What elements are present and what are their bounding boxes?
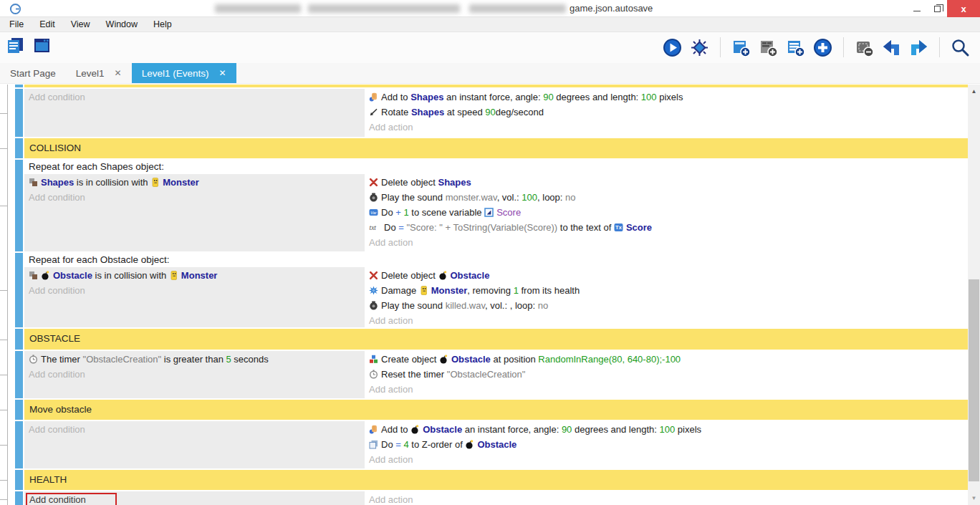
conditions-cell[interactable]: Shapes is in collision with MonsterAdd c…	[24, 174, 365, 251]
add-action-button[interactable]: Add action	[365, 235, 968, 250]
event-row[interactable]: Add conditionAdd to Shapes an instant fo…	[15, 89, 968, 137]
add-action-button[interactable]: Add action	[365, 313, 968, 327]
actions-cell[interactable]: Add to Shapes an instant force, angle: 9…	[365, 89, 968, 137]
add-action-button[interactable]: Add action	[369, 122, 413, 133]
delete-event-icon[interactable]	[855, 38, 874, 57]
event-handle-bar[interactable]	[15, 89, 23, 137]
event-handle-bar[interactable]	[15, 491, 23, 505]
add-condition-button[interactable]: Add condition	[24, 367, 365, 382]
event-handle-bar[interactable]	[15, 138, 23, 158]
add-action-button[interactable]: Add action	[365, 382, 968, 397]
add-condition-button[interactable]: Add condition	[24, 422, 365, 437]
scene-editor-icon[interactable]	[32, 36, 52, 55]
condition-line[interactable]: Shapes is in collision with Monster	[24, 175, 365, 190]
close-button[interactable]: x	[947, 0, 980, 17]
actions-cell[interactable]: Delete object ObstacleDamage Monster, re…	[365, 267, 968, 327]
add-condition-button[interactable]: Add condition	[26, 493, 117, 505]
add-condition-button[interactable]: Add condition	[29, 192, 85, 203]
conditions-cell[interactable]: Add condition	[24, 421, 365, 468]
event-handle-bar[interactable]	[15, 470, 23, 490]
action-line[interactable]: Do = 4 to Z-order of Obstacle	[365, 437, 968, 452]
menu-item-window[interactable]: Window	[98, 18, 145, 31]
action-line[interactable]: Play the sound monster.wav, vol.: 100, l…	[365, 190, 968, 205]
condition-line[interactable]: The timer "ObstacleCreation" is greater …	[24, 352, 365, 367]
tab-start-page[interactable]: Start Page	[0, 63, 66, 83]
action-line[interactable]: Create object Obstacle at position Rando…	[365, 352, 968, 367]
action-line[interactable]: Add to Obstacle an instant force, angle:…	[365, 422, 968, 437]
add-subevent-icon[interactable]	[759, 38, 778, 57]
comment-row[interactable]: Move obstacle	[15, 400, 968, 420]
conditions-cell[interactable]: Add condition	[24, 491, 365, 505]
add-condition-button[interactable]: Add condition	[24, 492, 365, 505]
event-row[interactable]: The timer "ObstacleCreation" is greater …	[15, 351, 968, 398]
event-handle-bar[interactable]	[15, 160, 23, 251]
add-more-icon[interactable]	[813, 38, 832, 57]
add-condition-button[interactable]: Add condition	[29, 92, 85, 102]
project-manager-icon[interactable]	[6, 36, 25, 55]
action-line[interactable]: Delete object Obstacle	[365, 268, 968, 283]
event-handle-bar[interactable]	[15, 85, 23, 87]
action-line[interactable]: Play the sound killed.wav, vol.: , loop:…	[365, 298, 968, 313]
add-action-button[interactable]: Add action	[365, 452, 968, 467]
action-line[interactable]: txtDo = "Score: " + ToString(Variable(Sc…	[365, 220, 968, 235]
action-line[interactable]: Damage Monster, removing 1 from its heal…	[365, 283, 968, 298]
event-row[interactable]: Repeat for each Obstacle object:Obstacle…	[15, 253, 968, 327]
event-handle-bar[interactable]	[15, 329, 23, 350]
add-action-button[interactable]: Add action	[369, 454, 413, 465]
action-line[interactable]: Add to Shapes an instant force, angle: 9…	[365, 90, 968, 105]
tab-level1-events-[interactable]: Level1 (Events)✕	[132, 63, 236, 83]
menu-item-help[interactable]: Help	[145, 18, 180, 31]
add-condition-button[interactable]: Add condition	[24, 283, 365, 298]
actions-cell[interactable]: Delete object ShapesPlay the sound monst…	[365, 174, 968, 251]
minimize-button[interactable]	[907, 0, 927, 17]
event-header[interactable]: Repeat for each Obstacle object:	[24, 253, 968, 267]
event-row[interactable]: Add conditionAdd to Obstacle an instant …	[15, 421, 968, 468]
search-icon[interactable]	[951, 38, 970, 57]
add-condition-button[interactable]: Add condition	[24, 90, 365, 105]
add-action-button[interactable]: Add action	[369, 384, 413, 395]
tab-level1[interactable]: Level1✕	[66, 63, 132, 83]
comment-row[interactable]: COLLISION	[15, 138, 968, 158]
condition-line[interactable]: Obstacle is in collision with Monster	[24, 268, 365, 283]
tab-close-icon[interactable]: ✕	[218, 68, 226, 78]
action-line[interactable]: Delete object Shapes	[365, 175, 968, 190]
event-header[interactable]: Repeat for each Shapes object:	[24, 160, 968, 174]
comment-row[interactable]: OBSTACLE	[15, 329, 968, 350]
add-condition-button[interactable]: Add condition	[29, 424, 85, 435]
add-condition-button[interactable]: Add condition	[24, 190, 365, 205]
add-condition-button[interactable]: Add condition	[29, 369, 85, 380]
menu-item-file[interactable]: File	[1, 18, 32, 31]
debug-bug-icon[interactable]	[690, 38, 709, 57]
add-action-button[interactable]: Add action	[369, 315, 413, 326]
event-handle-bar[interactable]	[15, 351, 23, 398]
scroll-up-arrow[interactable]: ▲	[968, 86, 980, 97]
add-action-button[interactable]: Add action	[365, 492, 968, 505]
preview-play-icon[interactable]	[663, 38, 682, 57]
redo-icon[interactable]	[909, 38, 928, 57]
actions-cell[interactable]: Add action	[365, 491, 968, 505]
tab-close-icon[interactable]: ✕	[115, 68, 122, 78]
action-line[interactable]: Rotate Shapes at speed 90deg/second	[365, 105, 968, 120]
restore-button[interactable]	[927, 0, 947, 17]
scroll-down-arrow[interactable]: ▼	[968, 493, 980, 504]
comment-row[interactable]: HEALTH	[15, 470, 968, 490]
action-line[interactable]: VarDo + 1 to scene variable Score	[365, 205, 968, 220]
conditions-cell[interactable]: Add condition	[24, 89, 365, 137]
event-row[interactable]: Repeat for each Shapes object:Shapes is …	[15, 160, 968, 251]
menu-item-view[interactable]: View	[63, 18, 98, 31]
menu-item-edit[interactable]: Edit	[32, 18, 63, 31]
scrollbar-thumb[interactable]	[969, 279, 979, 481]
add-event-icon[interactable]	[731, 38, 751, 57]
event-row[interactable]: Add conditionAdd action	[15, 491, 968, 505]
add-action-button[interactable]: Add action	[369, 237, 413, 248]
conditions-cell[interactable]: Obstacle is in collision with MonsterAdd…	[24, 267, 365, 327]
event-handle-bar[interactable]	[15, 253, 23, 327]
add-action-button[interactable]: Add action	[365, 120, 968, 135]
add-action-button[interactable]: Add action	[369, 494, 413, 505]
add-condition-button[interactable]: Add condition	[29, 285, 85, 296]
event-handle-bar[interactable]	[15, 421, 23, 468]
add-comment-icon[interactable]	[786, 38, 805, 57]
action-line[interactable]: Reset the timer "ObstacleCreation"	[365, 367, 968, 382]
event-handle-bar[interactable]	[15, 400, 23, 420]
conditions-cell[interactable]: The timer "ObstacleCreation" is greater …	[24, 351, 365, 398]
